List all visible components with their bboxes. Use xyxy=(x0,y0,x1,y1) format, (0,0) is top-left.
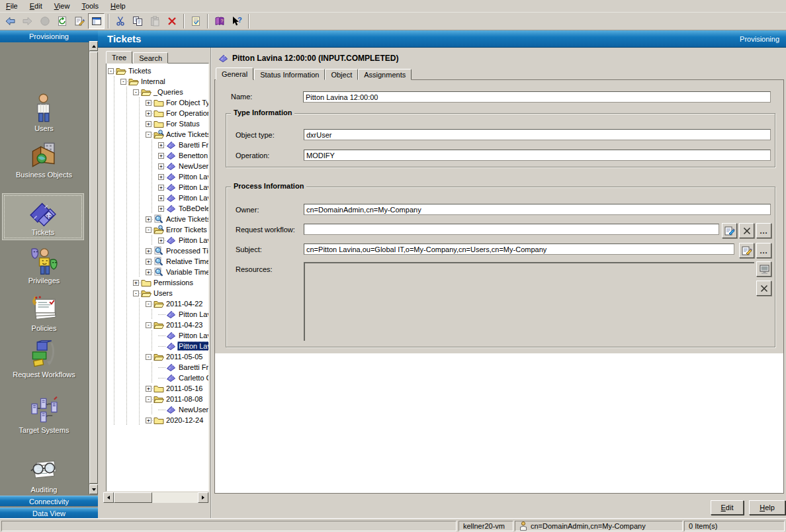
expand-toggle-icon[interactable]: + xyxy=(158,150,166,161)
tree-node-pitton-lav[interactable]: Pitton Lav xyxy=(107,330,208,341)
scroll-down-button[interactable] xyxy=(89,484,98,494)
expand-toggle-icon[interactable]: + xyxy=(158,171,166,182)
tree-node-pitton-lav[interactable]: Pitton Lav xyxy=(107,309,208,320)
help-button[interactable]: Help xyxy=(749,500,785,515)
collapse-toggle-icon[interactable]: - xyxy=(146,298,153,309)
collapse-toggle-icon[interactable]: - xyxy=(108,66,116,76)
tree-node-2011-05-05[interactable]: -2011-05-05 xyxy=(107,351,208,362)
expand-toggle-icon[interactable]: + xyxy=(146,267,153,277)
object-type-input[interactable] xyxy=(304,129,771,140)
tree-node-users[interactable]: -Users xyxy=(107,288,208,298)
sidebar-item-request-workflows[interactable]: Request Workflows xyxy=(0,340,88,379)
tree-node-active-tickets[interactable]: +Active Tickets xyxy=(107,214,208,224)
scroll-thumb[interactable] xyxy=(89,52,98,484)
sidebar-item-policies[interactable]: Policies xyxy=(0,294,88,333)
tree-node-error-tickets[interactable]: -Error Tickets xyxy=(107,224,208,235)
subject-edit-button[interactable] xyxy=(739,243,754,258)
sidebar-item-users[interactable]: Users xyxy=(0,93,88,133)
tree-node-newuseri[interactable]: +NewUserI xyxy=(107,161,208,171)
scroll-thumb[interactable] xyxy=(114,492,152,503)
tree-node-baretti-fr[interactable]: +Baretti Fr. xyxy=(107,140,208,150)
tree-node-tobedelet[interactable]: +ToBeDelet xyxy=(107,203,208,214)
expand-toggle-icon[interactable]: + xyxy=(146,214,153,224)
tree-node-internal[interactable]: -Internal xyxy=(107,76,208,87)
expand-toggle-icon[interactable]: + xyxy=(158,161,166,171)
sidebar-bar-data-view[interactable]: Data View xyxy=(0,508,98,518)
tree-node-newuseri[interactable]: NewUserI xyxy=(107,404,208,415)
request-workflow-browse-button[interactable]: ... xyxy=(756,223,771,238)
tree-node-relative-time[interactable]: +Relative Time xyxy=(107,256,208,267)
copy-button[interactable] xyxy=(129,13,146,29)
tree-horizontal-scrollbar[interactable] xyxy=(103,492,208,503)
main-tab-general[interactable]: General xyxy=(216,67,253,80)
cut-button[interactable] xyxy=(112,13,128,29)
tree-node-pitton-lav[interactable]: +Pitton Lav xyxy=(107,193,208,203)
tree-node-pitton-lav[interactable]: Pitton Lav xyxy=(107,341,208,351)
tree-node-baretti-fr[interactable]: Baretti Fr. xyxy=(107,362,208,373)
tree-node-permissions[interactable]: +Permissions xyxy=(107,277,208,288)
expand-toggle-icon[interactable]: + xyxy=(146,97,153,108)
tree-node-for-operation[interactable]: +For Operation xyxy=(107,108,208,118)
tree-node-tickets[interactable]: -Tickets xyxy=(107,66,208,76)
collapse-toggle-icon[interactable]: - xyxy=(146,351,153,362)
collapse-toggle-icon[interactable]: - xyxy=(146,320,153,330)
collapse-toggle-icon[interactable]: - xyxy=(133,288,141,298)
menu-item-file[interactable]: File xyxy=(0,1,24,11)
main-tab-status-information[interactable]: Status Information xyxy=(254,69,325,80)
menu-item-help[interactable]: Help xyxy=(105,1,132,11)
subject-browse-button[interactable]: ... xyxy=(756,243,771,258)
expand-toggle-icon[interactable]: + xyxy=(146,118,153,129)
tree-node-2011-04-22[interactable]: -2011-04-22 xyxy=(107,298,208,309)
tree-node-2011-05-16[interactable]: +2011-05-16 xyxy=(107,383,208,394)
sidebar-item-tickets[interactable]: 12Tickets xyxy=(2,193,84,240)
resources-browse-button[interactable] xyxy=(756,261,771,277)
manual-button[interactable]: ? xyxy=(211,13,228,29)
tree-node-active-tickets[interactable]: -Active Tickets xyxy=(107,129,208,140)
tree-node-processed-tick[interactable]: +Processed Tick xyxy=(107,245,208,256)
expand-toggle-icon[interactable]: + xyxy=(146,245,153,256)
expand-toggle-icon[interactable]: + xyxy=(158,140,166,150)
edit-button[interactable]: Edit xyxy=(711,500,744,515)
sidebar-item-target-systems[interactable]: Target Systems xyxy=(0,396,88,435)
resources-list[interactable] xyxy=(304,262,754,341)
expand-toggle-icon[interactable]: + xyxy=(133,277,141,288)
main-tab-object[interactable]: Object xyxy=(325,69,358,80)
tree-node-2011-08-08[interactable]: -2011-08-08 xyxy=(107,394,208,404)
scroll-up-button[interactable] xyxy=(89,41,98,51)
tree-node-2020-12-24[interactable]: +2020-12-24 xyxy=(107,415,208,425)
tree-node-pitton-lav[interactable]: +Pitton Lav xyxy=(107,182,208,193)
panel-toggle-button[interactable] xyxy=(88,13,105,29)
tree-node-2011-04-23[interactable]: -2011-04-23 xyxy=(107,320,208,330)
expand-toggle-icon[interactable]: + xyxy=(146,108,153,118)
context-help-button[interactable]: ? xyxy=(228,13,245,29)
tree-node-pitton-lav[interactable]: +Pitton Lav xyxy=(107,235,208,245)
scroll-track[interactable] xyxy=(152,492,198,503)
back-button[interactable] xyxy=(2,13,19,29)
collapse-toggle-icon[interactable]: - xyxy=(146,394,153,404)
sidebar-item-auditing[interactable]: Auditing xyxy=(0,455,88,494)
tree-node-pitton-lav[interactable]: +Pitton Lav xyxy=(107,171,208,182)
expand-toggle-icon[interactable]: + xyxy=(146,415,153,425)
main-tab-assignments[interactable]: Assignments xyxy=(358,69,412,80)
request-workflow-edit-button[interactable] xyxy=(722,223,737,238)
tree-node-for-status[interactable]: +For Status xyxy=(107,118,208,129)
tree-node-benetton[interactable]: +Benetton xyxy=(107,150,208,161)
menu-item-edit[interactable]: Edit xyxy=(24,1,48,11)
collapse-toggle-icon[interactable]: - xyxy=(146,129,153,140)
tree-node-for-object-ty[interactable]: +For Object Ty xyxy=(107,97,208,108)
delete-button[interactable] xyxy=(163,13,180,29)
tree-node-queries[interactable]: -_Queries xyxy=(107,87,208,97)
expand-toggle-icon[interactable]: + xyxy=(158,203,166,214)
sidebar-item-privileges[interactable]: Privileges xyxy=(0,246,88,285)
sidebar-scrollbar[interactable] xyxy=(89,41,98,494)
operation-input[interactable] xyxy=(304,150,771,161)
subject-input[interactable] xyxy=(304,244,734,255)
collapse-toggle-icon[interactable]: - xyxy=(133,87,141,97)
tree-node-carletto-c[interactable]: Carletto C xyxy=(107,373,208,383)
sidebar-item-business-objects[interactable]: Business Objects xyxy=(0,140,88,179)
expand-toggle-icon[interactable]: + xyxy=(158,193,166,203)
expand-toggle-icon[interactable]: + xyxy=(158,235,166,245)
sidebar-bar-connectivity[interactable]: Connectivity xyxy=(0,496,98,506)
tree-node-variable-time[interactable]: +Variable Time xyxy=(107,267,208,277)
collapse-toggle-icon[interactable]: - xyxy=(120,76,128,87)
